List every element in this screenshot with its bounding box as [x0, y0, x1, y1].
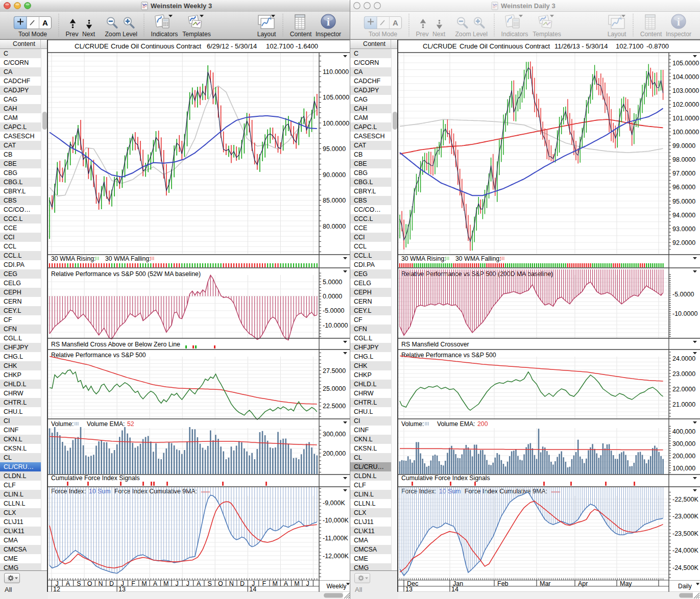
- svg-text:22.0000: 22.0000: [672, 386, 695, 393]
- svg-text:5.0000: 5.0000: [323, 279, 342, 286]
- svg-text:95.0000: 95.0000: [672, 198, 695, 205]
- svg-text:13: 13: [118, 586, 126, 593]
- svg-text:RS Mansfield Cross Above or Be: RS Mansfield Cross Above or Below Zero L…: [51, 341, 180, 348]
- svg-text:400,000: 400,000: [672, 428, 695, 435]
- svg-text:27.5000: 27.5000: [323, 367, 346, 375]
- svg-text:Content: Content: [640, 31, 662, 38]
- svg-text:Templates: Templates: [182, 31, 211, 38]
- svg-text:CL/CRUDE: CL/CRUDE: [75, 42, 109, 50]
- svg-text:i: i: [327, 16, 330, 28]
- svg-text:25.0000: 25.0000: [323, 385, 346, 392]
- svg-text:-5.0000: -5.0000: [323, 307, 344, 314]
- svg-text:105.0000: 105.0000: [323, 94, 349, 101]
- svg-text:Daily: Daily: [678, 583, 692, 590]
- svg-text:52: 52: [127, 420, 134, 428]
- svg-text:200,000: 200,000: [672, 453, 695, 460]
- svg-text:23.0000: 23.0000: [672, 370, 695, 378]
- svg-text:92.0000: 92.0000: [672, 239, 695, 246]
- svg-text:Relative Performance vs S&P 50: Relative Performance vs S&P 500 (52W MA …: [51, 270, 201, 278]
- svg-text:Volume:: Volume:: [51, 420, 74, 428]
- svg-text:-1.6400: -1.6400: [296, 42, 318, 50]
- svg-text:Crude Oil Continuous Contract: Crude Oil Continuous Contract: [460, 42, 550, 50]
- svg-text:CL/CRUDE: CL/CRUDE: [423, 42, 457, 50]
- svg-text:6/29/12 - 5/30/14: 6/29/12 - 5/30/14: [207, 42, 257, 50]
- svg-text:Prev: Prev: [65, 31, 79, 38]
- svg-text:300,000: 300,000: [672, 440, 695, 447]
- svg-text:A: A: [393, 18, 398, 27]
- svg-text:A: A: [42, 18, 48, 27]
- svg-text:85.0000: 85.0000: [323, 197, 346, 204]
- svg-text:300,000: 300,000: [323, 431, 346, 438]
- svg-text:Zoom: Zoom: [105, 31, 120, 38]
- svg-text:Templates: Templates: [533, 31, 561, 38]
- svg-text:Layout: Layout: [608, 31, 626, 38]
- svg-text:24.0000: 24.0000: [672, 355, 695, 362]
- svg-text:200: 200: [477, 420, 488, 428]
- svg-text:Volume:: Volume:: [401, 420, 424, 428]
- svg-text:Cumulative Force Index Signals: Cumulative Force Index Signals: [401, 475, 490, 482]
- svg-text:10 Sum: 10 Sum: [89, 488, 110, 495]
- svg-text:99.0000: 99.0000: [672, 142, 695, 149]
- svg-text:97.0000: 97.0000: [672, 170, 695, 177]
- svg-text:102.0000: 102.0000: [672, 101, 699, 108]
- svg-text:14: 14: [451, 586, 458, 593]
- svg-text:-23,500K: -23,500K: [672, 530, 698, 537]
- svg-text:-10,000K: -10,000K: [323, 517, 349, 524]
- svg-text:Indicators: Indicators: [501, 31, 528, 38]
- svg-text:95.0000: 95.0000: [323, 145, 346, 153]
- svg-text:Volume EMA:: Volume EMA:: [87, 420, 125, 428]
- svg-text:101.0000: 101.0000: [672, 115, 699, 122]
- svg-text:30 WMA Falling:: 30 WMA Falling:: [455, 255, 501, 262]
- svg-text:0.0000: 0.0000: [323, 293, 342, 300]
- svg-text:Zoom: Zoom: [455, 31, 471, 38]
- svg-text:Tool Mode: Tool Mode: [369, 31, 397, 38]
- svg-text:Layout: Layout: [257, 31, 276, 38]
- svg-text:RS Mansfield Crossover: RS Mansfield Crossover: [401, 341, 469, 348]
- svg-text:102.7100: 102.7100: [616, 42, 643, 50]
- svg-text:-22,500K: -22,500K: [672, 496, 698, 503]
- svg-text:-0.8700: -0.8700: [646, 42, 669, 50]
- svg-text:30 WMA Rising:: 30 WMA Rising:: [51, 255, 95, 262]
- svg-text:Next: Next: [82, 31, 95, 38]
- svg-text:14: 14: [249, 586, 256, 593]
- svg-text:98.0000: 98.0000: [672, 156, 695, 163]
- svg-text:103.0000: 103.0000: [672, 87, 699, 94]
- svg-text:-5.0000: -5.0000: [672, 291, 694, 298]
- svg-text:Inspector: Inspector: [316, 31, 341, 38]
- svg-text:-11,000K: -11,000K: [323, 535, 348, 542]
- svg-text:Crude Oil Continuous Contract: Crude Oil Continuous Contract: [111, 42, 201, 50]
- svg-text:Level: Level: [473, 31, 488, 38]
- svg-text:Inspector: Inspector: [666, 31, 691, 38]
- svg-text:Content: Content: [290, 31, 312, 38]
- svg-text:Volume EMA:: Volume EMA:: [437, 420, 475, 428]
- svg-text:Weinstein Daily 3: Weinstein Daily 3: [501, 2, 556, 10]
- svg-text:11/26/13 - 5/30/14: 11/26/13 - 5/30/14: [554, 42, 608, 50]
- svg-text:94.0000: 94.0000: [672, 212, 695, 219]
- svg-text:30 WMA Falling:: 30 WMA Falling:: [105, 255, 151, 262]
- svg-text:Level: Level: [123, 31, 137, 38]
- svg-text:Cumulative Force Index Signals: Cumulative Force Index Signals: [51, 475, 140, 482]
- svg-text:93.0000: 93.0000: [672, 226, 695, 233]
- svg-text:100.0000: 100.0000: [323, 120, 349, 127]
- svg-text:Prev: Prev: [416, 31, 429, 38]
- svg-text:100.0000: 100.0000: [672, 129, 699, 136]
- svg-text:200,000: 200,000: [323, 450, 346, 457]
- svg-text:-10.0000: -10.0000: [672, 310, 697, 317]
- svg-text:Weinstein Weekly 3: Weinstein Weekly 3: [151, 2, 212, 10]
- svg-text:i: i: [677, 16, 680, 28]
- svg-text:Next: Next: [432, 31, 446, 38]
- svg-text:-9,000K: -9,000K: [323, 500, 345, 507]
- svg-text:-24,000K: -24,000K: [672, 547, 698, 554]
- svg-text:96.0000: 96.0000: [672, 184, 695, 191]
- svg-text:13: 13: [405, 586, 413, 593]
- svg-text:22.5000: 22.5000: [323, 403, 346, 410]
- svg-text:100,000: 100,000: [672, 465, 695, 472]
- svg-text:Indicators: Indicators: [151, 31, 178, 38]
- svg-text:110.0000: 110.0000: [323, 68, 349, 76]
- svg-text:Weekly: Weekly: [327, 583, 347, 590]
- svg-text:104.0000: 104.0000: [672, 73, 699, 81]
- svg-text:90.0000: 90.0000: [323, 171, 346, 179]
- svg-text:-12,000K: -12,000K: [323, 553, 349, 560]
- svg-text:102.7100: 102.7100: [266, 42, 294, 50]
- svg-text:Relative Performance vs S&P 50: Relative Performance vs S&P 500: [51, 352, 146, 359]
